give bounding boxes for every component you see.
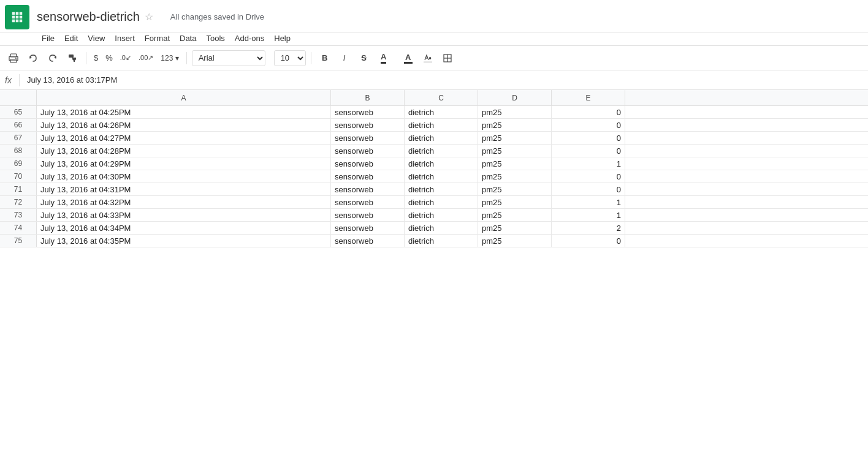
cell-b[interactable]: sensorweb [331, 209, 405, 221]
table-row[interactable]: 69 July 13, 2016 at 04:29PM sensorweb di… [0, 157, 868, 170]
cell-c[interactable]: dietrich [405, 183, 478, 195]
cell-c[interactable]: dietrich [405, 145, 478, 157]
borders-button[interactable] [439, 50, 456, 67]
cell-d[interactable]: pm25 [478, 157, 552, 170]
cell-d[interactable]: pm25 [478, 119, 552, 131]
cell-b[interactable]: sensorweb [331, 183, 405, 195]
strikethrough-button[interactable]: S [356, 50, 373, 67]
col-header-e[interactable]: E [552, 90, 625, 105]
menu-addons[interactable]: Add-ons [230, 32, 269, 44]
cell-d[interactable]: pm25 [478, 222, 552, 234]
col-header-b[interactable]: B [331, 90, 405, 105]
cell-d[interactable]: pm25 [478, 235, 552, 247]
cell-d[interactable]: pm25 [478, 196, 552, 208]
menu-data[interactable]: Data [175, 32, 201, 44]
menu-tools[interactable]: Tools [201, 32, 229, 44]
cell-b[interactable]: sensorweb [331, 170, 405, 183]
cell-e[interactable]: 0 [552, 183, 625, 195]
currency-button[interactable]: $ [91, 50, 101, 67]
cell-c[interactable]: dietrich [405, 222, 478, 234]
cell-c[interactable]: dietrich [405, 235, 478, 247]
cell-b[interactable]: sensorweb [331, 222, 405, 234]
cell-b[interactable]: sensorweb [331, 196, 405, 208]
menu-edit[interactable]: Edit [59, 32, 83, 44]
cell-a[interactable]: July 13, 2016 at 04:35PM [37, 235, 331, 247]
print-button[interactable] [5, 50, 22, 67]
cell-a[interactable]: July 13, 2016 at 04:30PM [37, 170, 331, 183]
undo-button[interactable] [25, 50, 42, 67]
formula-content[interactable]: July 13, 2016 at 03:17PM [27, 75, 117, 85]
font-name-select[interactable]: Arial [192, 50, 265, 66]
cell-a[interactable]: July 13, 2016 at 04:32PM [37, 196, 331, 208]
cell-d[interactable]: pm25 [478, 132, 552, 144]
table-row[interactable]: 66 July 13, 2016 at 04:26PM sensorweb di… [0, 119, 868, 132]
decrease-decimal-button[interactable]: .0↙ [118, 50, 134, 67]
cell-d[interactable]: pm25 [478, 170, 552, 183]
font-size-select[interactable]: 10 [274, 50, 306, 66]
cell-b[interactable]: sensorweb [331, 132, 405, 144]
cell-b[interactable]: sensorweb [331, 157, 405, 170]
cell-c[interactable]: dietrich [405, 106, 478, 118]
cell-b[interactable]: sensorweb [331, 145, 405, 157]
more-formats-button[interactable]: 123 ▾ [158, 50, 181, 67]
star-icon[interactable]: ☆ [145, 11, 153, 23]
table-row[interactable]: 68 July 13, 2016 at 04:28PM sensorweb di… [0, 145, 868, 157]
cell-d[interactable]: pm25 [478, 145, 552, 157]
table-row[interactable]: 72 July 13, 2016 at 04:32PM sensorweb di… [0, 196, 868, 209]
col-header-c[interactable]: C [405, 90, 478, 105]
fill-color-button[interactable] [419, 50, 436, 67]
cell-c[interactable]: dietrich [405, 132, 478, 144]
cell-c[interactable]: dietrich [405, 209, 478, 221]
menu-help[interactable]: Help [269, 32, 295, 44]
cell-d[interactable]: pm25 [478, 209, 552, 221]
cell-e[interactable]: 1 [552, 196, 625, 208]
table-row[interactable]: 71 July 13, 2016 at 04:31PM sensorweb di… [0, 183, 868, 196]
cell-a[interactable]: July 13, 2016 at 04:26PM [37, 119, 331, 131]
cell-e[interactable]: 1 [552, 157, 625, 170]
table-row[interactable]: 74 July 13, 2016 at 04:34PM sensorweb di… [0, 222, 868, 235]
cell-c[interactable]: dietrich [405, 196, 478, 208]
cell-a[interactable]: July 13, 2016 at 04:28PM [37, 145, 331, 157]
cell-e[interactable]: 2 [552, 222, 625, 234]
col-header-a[interactable]: A [37, 90, 331, 105]
table-row[interactable]: 65 July 13, 2016 at 04:25PM sensorweb di… [0, 106, 868, 119]
cell-b[interactable]: sensorweb [331, 235, 405, 247]
text-color-button[interactable]: A [400, 50, 417, 67]
cell-a[interactable]: July 13, 2016 at 04:33PM [37, 209, 331, 221]
menu-view[interactable]: View [83, 32, 110, 44]
cell-a[interactable]: July 13, 2016 at 04:27PM [37, 132, 331, 144]
cell-b[interactable]: sensorweb [331, 119, 405, 131]
table-row[interactable]: 75 July 13, 2016 at 04:35PM sensorweb di… [0, 235, 868, 247]
menu-format[interactable]: Format [140, 32, 175, 44]
menu-file[interactable]: File [37, 32, 59, 44]
cell-e[interactable]: 0 [552, 106, 625, 118]
percent-button[interactable]: % [103, 50, 115, 67]
cell-e[interactable]: 0 [552, 132, 625, 144]
menu-insert[interactable]: Insert [110, 32, 140, 44]
cell-a[interactable]: July 13, 2016 at 04:25PM [37, 106, 331, 118]
increase-decimal-button[interactable]: .00↗ [136, 50, 156, 67]
cell-d[interactable]: pm25 [478, 183, 552, 195]
cell-e[interactable]: 0 [552, 145, 625, 157]
cell-e[interactable]: 0 [552, 170, 625, 183]
underline-button[interactable]: A [375, 50, 392, 67]
redo-button[interactable] [44, 50, 61, 67]
cell-b[interactable]: sensorweb [331, 106, 405, 118]
cell-c[interactable]: dietrich [405, 170, 478, 183]
cell-e[interactable]: 1 [552, 209, 625, 221]
paint-format-button[interactable] [64, 50, 81, 67]
bold-button[interactable]: B [316, 50, 333, 67]
cell-e[interactable]: 0 [552, 119, 625, 131]
cell-a[interactable]: July 13, 2016 at 04:29PM [37, 157, 331, 170]
col-header-d[interactable]: D [478, 90, 552, 105]
cell-c[interactable]: dietrich [405, 119, 478, 131]
cell-e[interactable]: 0 [552, 235, 625, 247]
table-row[interactable]: 67 July 13, 2016 at 04:27PM sensorweb di… [0, 132, 868, 145]
cell-a[interactable]: July 13, 2016 at 04:31PM [37, 183, 331, 195]
cell-c[interactable]: dietrich [405, 157, 478, 170]
table-row[interactable]: 70 July 13, 2016 at 04:30PM sensorweb di… [0, 170, 868, 183]
cell-a[interactable]: July 13, 2016 at 04:34PM [37, 222, 331, 234]
table-row[interactable]: 73 July 13, 2016 at 04:33PM sensorweb di… [0, 209, 868, 222]
italic-button[interactable]: I [336, 50, 353, 67]
cell-d[interactable]: pm25 [478, 106, 552, 118]
